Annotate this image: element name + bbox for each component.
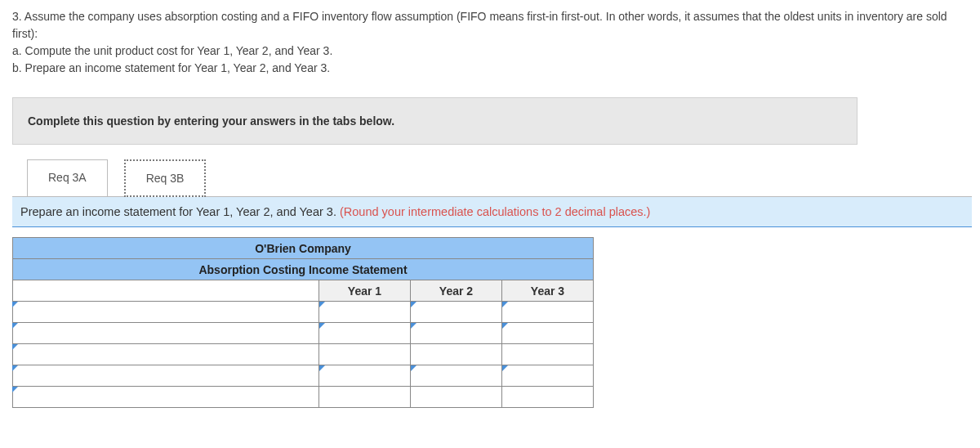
col-year-1: Year 1	[319, 280, 411, 302]
label-input[interactable]	[13, 365, 319, 387]
col-year-3: Year 3	[502, 280, 594, 302]
value-input-y1[interactable]	[319, 365, 411, 387]
tab-req-3b[interactable]: Req 3B	[124, 159, 207, 197]
value-input-y3[interactable]	[502, 302, 594, 323]
label-input[interactable]	[13, 387, 319, 408]
question-part-a: a. Compute the unit product cost for Yea…	[12, 44, 332, 57]
value-input-y2[interactable]	[411, 302, 502, 323]
label-input[interactable]	[13, 323, 319, 344]
value-input-y1[interactable]	[319, 323, 411, 344]
col-year-2: Year 2	[411, 280, 502, 302]
prompt-bar: Prepare an income statement for Year 1, …	[12, 196, 972, 227]
value-input-y2[interactable]	[411, 387, 502, 408]
value-input-y2[interactable]	[411, 323, 502, 344]
value-input-y3[interactable]	[502, 387, 594, 408]
question-text: 3. Assume the company uses absorption co…	[12, 8, 968, 77]
value-input-y1[interactable]	[319, 344, 411, 365]
table-row	[13, 302, 594, 323]
tabs-container: Req 3A Req 3B	[27, 159, 968, 197]
value-input-y3[interactable]	[502, 365, 594, 387]
value-input-y3[interactable]	[502, 323, 594, 344]
table-row	[13, 344, 594, 365]
prompt-main: Prepare an income statement for Year 1, …	[20, 205, 340, 218]
table-row	[13, 323, 594, 344]
label-input[interactable]	[13, 302, 319, 323]
table-row	[13, 365, 594, 387]
table-company-header: O'Brien Company	[13, 238, 594, 259]
value-input-y3[interactable]	[502, 344, 594, 365]
income-statement-table-wrap: O'Brien Company Absorption Costing Incom…	[12, 237, 968, 408]
table-title-header: Absorption Costing Income Statement	[13, 259, 594, 280]
income-statement-table: O'Brien Company Absorption Costing Incom…	[12, 237, 594, 408]
label-input[interactable]	[13, 344, 319, 365]
instruction-panel: Complete this question by entering your …	[12, 97, 858, 145]
instruction-text: Complete this question by entering your …	[28, 114, 394, 128]
table-blank-header	[13, 280, 319, 302]
value-input-y2[interactable]	[411, 344, 502, 365]
table-row	[13, 387, 594, 408]
tab-req-3a[interactable]: Req 3A	[27, 159, 108, 197]
value-input-y2[interactable]	[411, 365, 502, 387]
prompt-highlight: (Round your intermediate calculations to…	[340, 205, 650, 218]
question-part-b: b. Prepare an income statement for Year …	[12, 61, 330, 74]
value-input-y1[interactable]	[319, 387, 411, 408]
value-input-y1[interactable]	[319, 302, 411, 323]
question-intro: 3. Assume the company uses absorption co…	[12, 10, 947, 40]
